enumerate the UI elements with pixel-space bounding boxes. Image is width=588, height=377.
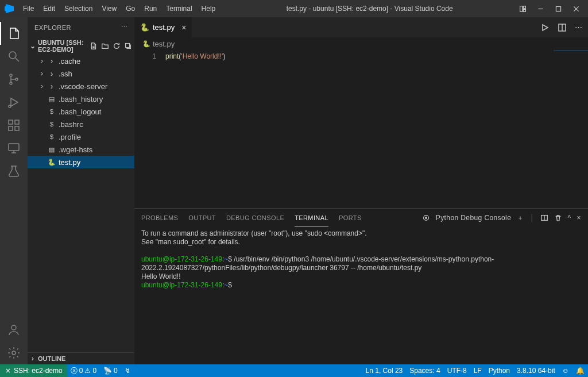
folder-icon (47, 56, 56, 66)
menu-terminal[interactable]: Terminal (161, 5, 196, 13)
folder-icon (47, 69, 56, 78)
svg-rect-2 (523, 9, 525, 11)
svg-rect-23 (126, 44, 130, 48)
activity-remote-explorer-icon[interactable] (0, 137, 28, 160)
svg-point-10 (10, 82, 12, 84)
menu-help[interactable]: Help (197, 5, 220, 13)
panel-tab-debug-console[interactable]: DEBUG CONSOLE (226, 210, 284, 226)
code-content[interactable]: print('Hello World!!') (165, 50, 225, 208)
tree-item[interactable]: .bashrc (28, 118, 134, 130)
workspace-section-header[interactable]: UBUNTU [SSH: EC2-DEMO] (28, 37, 134, 55)
tree-item-label: .cache (59, 57, 80, 66)
breadcrumb-label: test.py (153, 40, 175, 48)
status-ports[interactable]: 📡0 (100, 364, 121, 377)
panel-tab-output[interactable]: OUTPUT (188, 210, 216, 226)
status-language-mode[interactable]: Python (485, 364, 513, 377)
layout-icon[interactable] (519, 5, 527, 13)
status-cursor-position[interactable]: Ln 1, Col 23 (362, 364, 407, 377)
chevron-icon (39, 57, 45, 65)
line-number-gutter: 1 (134, 50, 165, 208)
activity-testing-icon[interactable] (0, 160, 28, 183)
panel-tab-terminal[interactable]: TERMINAL (295, 210, 328, 226)
close-icon[interactable] (572, 5, 580, 13)
chevron-down-icon (30, 42, 36, 50)
refresh-icon[interactable] (113, 42, 121, 50)
new-file-icon[interactable] (90, 42, 98, 50)
tree-item[interactable]: .bash_history (28, 93, 134, 105)
error-icon: ⓧ (71, 366, 78, 376)
svg-point-9 (10, 74, 12, 76)
activity-explorer-icon[interactable] (0, 22, 28, 45)
activity-bar (0, 17, 28, 364)
outline-label: OUTLINE (38, 355, 65, 362)
activity-extensions-icon[interactable] (0, 114, 28, 137)
debug-config-icon[interactable] (422, 214, 430, 222)
status-indentation[interactable]: Spaces: 4 (406, 364, 443, 377)
panel-actions: Python Debug Console ＋ │ ^ × (422, 213, 581, 223)
tree-item-label: .profile (59, 133, 81, 141)
tree-item-label: test.py (59, 158, 80, 167)
editor-body[interactable]: 1 print('Hello World!!') (134, 50, 588, 208)
tree-item-label: .bash_history (59, 95, 103, 103)
status-problems[interactable]: ⓧ0 ⚠0 (67, 364, 100, 377)
editor-more-icon[interactable]: ⋯ (575, 23, 582, 32)
tree-item[interactable]: .profile (28, 130, 134, 143)
dollar-icon (47, 121, 56, 128)
status-live-share[interactable]: ↯ (121, 364, 134, 377)
menu-run[interactable]: Run (140, 5, 161, 13)
menubar: File Edit Selection View Go Run Terminal… (18, 5, 220, 13)
new-terminal-icon[interactable]: ＋ (517, 213, 524, 223)
split-terminal-icon[interactable] (540, 214, 548, 222)
tree-item[interactable]: .cache (28, 55, 134, 67)
status-python-interpreter[interactable]: 3.8.10 64-bit (513, 364, 559, 377)
menu-view[interactable]: View (97, 5, 121, 13)
tab-close-icon[interactable]: × (181, 23, 186, 32)
terminal-body[interactable]: To run a command as administrator (user … (134, 227, 588, 364)
activity-accounts-icon[interactable] (0, 318, 28, 341)
maximize-icon[interactable] (555, 5, 562, 13)
terminal-dropdown[interactable]: Python Debug Console (436, 214, 511, 222)
split-editor-icon[interactable] (558, 23, 567, 32)
dollar-icon (47, 108, 56, 115)
outline-section-header[interactable]: OUTLINE (28, 352, 134, 364)
bottom-panel: PROBLEMS OUTPUT DEBUG CONSOLE TERMINAL P… (134, 208, 588, 364)
status-eol[interactable]: LF (470, 364, 485, 377)
svg-point-28 (425, 217, 427, 219)
menu-go[interactable]: Go (121, 5, 140, 13)
kill-terminal-icon[interactable] (554, 214, 562, 222)
vscode-logo-icon (5, 4, 14, 13)
run-icon[interactable] (540, 23, 550, 32)
tree-item[interactable]: .wget-hsts (28, 143, 134, 156)
status-notifications-icon[interactable]: 🔔 (572, 364, 588, 377)
status-feedback-icon[interactable]: ☺ (559, 364, 572, 377)
menu-file[interactable]: File (18, 5, 38, 13)
activity-run-debug-icon[interactable] (0, 91, 28, 114)
tree-item[interactable]: .ssh (28, 67, 134, 80)
panel-tab-problems[interactable]: PROBLEMS (141, 210, 178, 226)
new-folder-icon[interactable] (101, 42, 109, 50)
chevron-right-icon (30, 355, 36, 363)
status-encoding[interactable]: UTF-8 (444, 364, 470, 377)
maximize-panel-icon[interactable]: ^ (568, 214, 571, 222)
close-panel-icon[interactable]: × (577, 214, 581, 222)
tree-item-label: .wget-hsts (59, 145, 92, 154)
minimap[interactable] (554, 50, 588, 61)
tree-item-label: .bashrc (59, 120, 83, 129)
tab-test-py[interactable]: 🐍 test.py × (134, 17, 192, 37)
sidebar-more-icon[interactable]: ⋯ (121, 24, 128, 31)
panel-tab-ports[interactable]: PORTS (339, 210, 362, 226)
activity-search-icon[interactable] (0, 45, 28, 68)
svg-marker-12 (11, 98, 18, 106)
tree-item[interactable]: .bash_logout (28, 105, 134, 118)
remote-indicator[interactable]: SSH: ec2-demo (0, 364, 67, 377)
activity-settings-icon[interactable] (0, 341, 28, 364)
breadcrumb[interactable]: 🐍 test.py (134, 37, 588, 50)
menu-edit[interactable]: Edit (38, 5, 60, 13)
minimize-icon[interactable] (537, 5, 544, 13)
tree-item[interactable]: .vscode-server (28, 80, 134, 93)
collapse-all-icon[interactable] (124, 42, 132, 50)
menu-selection[interactable]: Selection (60, 5, 97, 13)
tree-item[interactable]: test.py (28, 156, 134, 168)
activity-source-control-icon[interactable] (0, 68, 28, 91)
chevron-icon (39, 82, 45, 90)
